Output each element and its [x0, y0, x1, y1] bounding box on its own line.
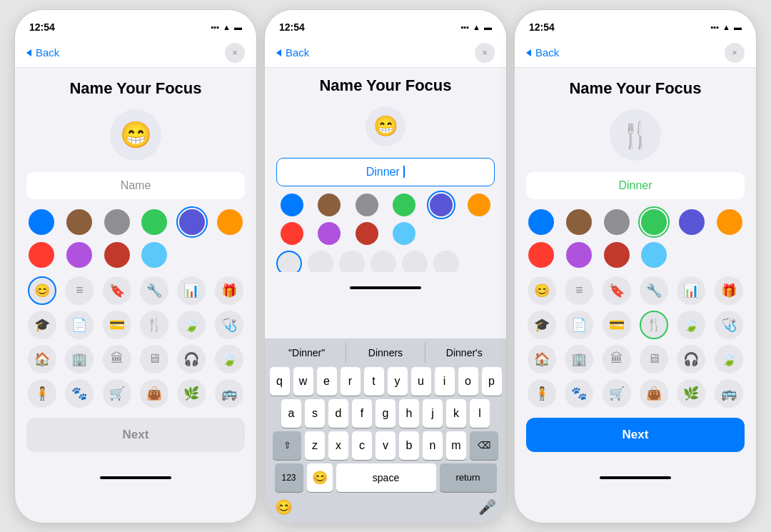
- partial-icon-4[interactable]: [371, 251, 396, 272]
- partial-icon-5[interactable]: [402, 251, 428, 272]
- key-i[interactable]: i: [435, 367, 455, 396]
- color-violet-3[interactable]: [566, 242, 592, 268]
- key-g[interactable]: g: [376, 399, 395, 428]
- color-purple-1[interactable]: [179, 209, 205, 235]
- key-n[interactable]: n: [423, 431, 443, 460]
- color-teal-2[interactable]: [393, 222, 415, 245]
- color-purple-2[interactable]: [430, 194, 453, 216]
- color-teal-3[interactable]: [641, 242, 667, 268]
- color-darkred-1[interactable]: [104, 242, 130, 268]
- autocorrect-1[interactable]: "Dinner": [268, 343, 346, 363]
- autocorrect-2[interactable]: Dinners: [346, 343, 425, 363]
- color-green-2[interactable]: [393, 194, 415, 216]
- key-e[interactable]: e: [317, 367, 337, 396]
- key-c[interactable]: c: [352, 431, 372, 460]
- icon-bus-3[interactable]: 🚌: [715, 379, 743, 408]
- key-m[interactable]: m: [446, 431, 466, 460]
- icon-cart-3[interactable]: 🛒: [603, 379, 631, 408]
- key-j[interactable]: j: [423, 399, 443, 428]
- key-z[interactable]: z: [305, 431, 325, 460]
- close-button-2[interactable]: ×: [475, 43, 495, 63]
- icon-grad-3[interactable]: 🎓: [528, 311, 556, 339]
- color-teal-1[interactable]: [141, 242, 167, 268]
- close-button-3[interactable]: ×: [725, 43, 745, 63]
- icon-building-1[interactable]: 🏢: [65, 345, 94, 373]
- icon-person-1[interactable]: 🧍: [28, 379, 56, 408]
- icon-doc-3[interactable]: 📄: [565, 311, 593, 339]
- icon-leaf2-1[interactable]: 🍃: [215, 345, 243, 373]
- key-return[interactable]: return: [440, 463, 497, 492]
- name-input-3[interactable]: Dinner: [526, 172, 745, 199]
- icon-monitor-1[interactable]: 🖥: [140, 345, 168, 373]
- color-gray-1[interactable]: [104, 209, 130, 235]
- icon-bank-3[interactable]: 🏛: [603, 345, 631, 373]
- color-brown-2[interactable]: [318, 194, 341, 216]
- icon-person-3[interactable]: 🧍: [528, 379, 556, 408]
- icon-bookmark-3[interactable]: 🔖: [603, 276, 631, 305]
- partial-icon-2[interactable]: [308, 251, 333, 272]
- color-red-1[interactable]: [29, 242, 54, 268]
- key-v[interactable]: v: [376, 431, 395, 460]
- icon-medical-3[interactable]: 🩺: [715, 311, 743, 339]
- key-shift[interactable]: ⇧: [273, 431, 301, 460]
- icon-doc-1[interactable]: 📄: [65, 311, 94, 339]
- icon-leaf-1[interactable]: 🍃: [177, 311, 206, 339]
- color-red-2[interactable]: [281, 222, 303, 245]
- icon-card-1[interactable]: 💳: [103, 311, 131, 339]
- close-button-1[interactable]: ×: [225, 43, 245, 63]
- icon-utensils-3[interactable]: 🍴: [640, 311, 668, 339]
- icon-plant-1[interactable]: 🌿: [177, 379, 206, 408]
- key-b[interactable]: b: [399, 431, 419, 460]
- back-button-2[interactable]: Back: [276, 46, 309, 59]
- key-r[interactable]: r: [341, 367, 361, 396]
- icon-monitor-3[interactable]: 🖥: [640, 345, 668, 373]
- icon-leaf2-3[interactable]: 🍃: [715, 345, 743, 373]
- autocorrect-3[interactable]: Dinner's: [425, 343, 503, 363]
- icon-chart-1[interactable]: 📊: [177, 276, 206, 305]
- key-s[interactable]: s: [305, 399, 325, 428]
- key-f[interactable]: f: [352, 399, 372, 428]
- mic-key[interactable]: 🎤: [478, 498, 496, 516]
- name-input-2[interactable]: Dinner: [276, 158, 495, 186]
- icon-grad-1[interactable]: 🎓: [28, 311, 56, 339]
- key-w[interactable]: w: [293, 367, 313, 396]
- color-darkred-2[interactable]: [356, 222, 378, 245]
- color-darkred-3[interactable]: [604, 242, 630, 268]
- icon-bus-1[interactable]: 🚌: [215, 379, 243, 408]
- icon-card-3[interactable]: 💳: [603, 311, 631, 339]
- key-h[interactable]: h: [399, 399, 419, 428]
- color-gray-2[interactable]: [356, 194, 378, 216]
- icon-home-3[interactable]: 🏠: [528, 345, 556, 373]
- key-q[interactable]: q: [270, 367, 290, 396]
- color-blue-1[interactable]: [29, 209, 54, 235]
- key-y[interactable]: y: [388, 367, 408, 396]
- key-123[interactable]: 123: [275, 463, 303, 492]
- icon-paw-1[interactable]: 🐾: [65, 379, 94, 408]
- icon-emoji-3[interactable]: 😊: [528, 276, 556, 305]
- icon-fork-3[interactable]: 🔧: [640, 276, 668, 305]
- next-button-1[interactable]: Next: [26, 418, 245, 452]
- key-u[interactable]: u: [411, 367, 431, 396]
- partial-icon-1[interactable]: [276, 251, 302, 272]
- key-o[interactable]: o: [458, 367, 478, 396]
- next-button-3[interactable]: Next: [526, 418, 745, 452]
- color-brown-1[interactable]: [66, 209, 92, 235]
- icon-paw-3[interactable]: 🐾: [565, 379, 593, 408]
- icon-bookmark-1[interactable]: 🔖: [103, 276, 131, 305]
- icon-headphones-3[interactable]: 🎧: [677, 345, 705, 373]
- icon-bag-1[interactable]: 👜: [140, 379, 168, 408]
- color-orange-2[interactable]: [468, 194, 490, 216]
- color-purple-3[interactable]: [679, 209, 705, 235]
- key-delete[interactable]: ⌫: [470, 431, 498, 460]
- icon-plant-3[interactable]: 🌿: [677, 379, 705, 408]
- icon-gift-1[interactable]: 🎁: [215, 276, 243, 305]
- color-orange-1[interactable]: [217, 209, 243, 235]
- emoji-key-bottom[interactable]: 😊: [275, 498, 293, 516]
- icon-bank-1[interactable]: 🏛: [103, 345, 131, 373]
- back-button-3[interactable]: Back: [526, 46, 559, 59]
- key-d[interactable]: d: [328, 399, 348, 428]
- icon-leaf-3[interactable]: 🍃: [677, 311, 705, 339]
- color-gray-3[interactable]: [604, 209, 630, 235]
- key-a[interactable]: a: [281, 399, 301, 428]
- color-brown-3[interactable]: [566, 209, 592, 235]
